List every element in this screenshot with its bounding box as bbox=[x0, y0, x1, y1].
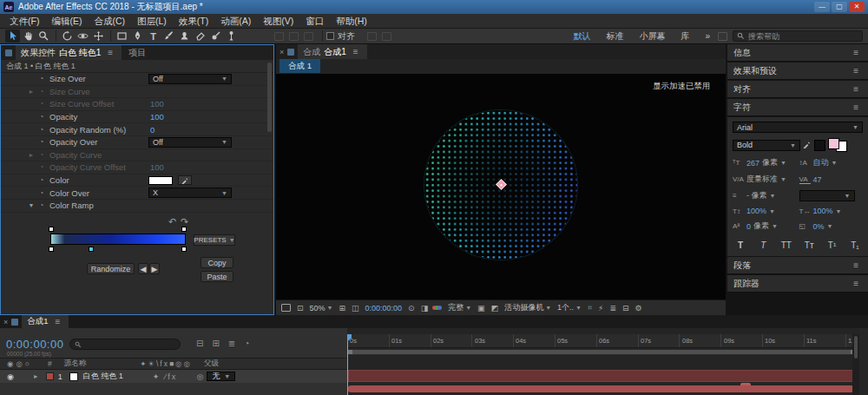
workspace-standard[interactable]: 标准 bbox=[606, 30, 623, 43]
workspace-default[interactable]: 默认 bbox=[573, 30, 590, 43]
magnification-icon[interactable]: ⊡ bbox=[297, 304, 304, 313]
property-row-size-over[interactable]: ◔ Size Over Off▼ bbox=[1, 73, 273, 86]
menu-animation[interactable]: 动画(A) bbox=[214, 14, 257, 29]
zoom-select[interactable]: 50%▼ bbox=[310, 304, 333, 313]
panel-header-tracker[interactable]: 跟踪器≡ bbox=[727, 275, 868, 293]
ramp-opacity-stop-right[interactable] bbox=[181, 227, 187, 232]
mask-feather-icon[interactable] bbox=[367, 32, 377, 41]
vertical-scale-control[interactable]: T↕ 100%▼ bbox=[733, 207, 797, 215]
vertical-scale-value[interactable]: 100% bbox=[746, 207, 766, 215]
always-preview-icon[interactable] bbox=[281, 304, 291, 312]
timeline-track-area[interactable]: 0s 01s 02s 03s 04s 05s 06s 07s 08s 09s 1… bbox=[347, 328, 859, 395]
panel-menu-icon[interactable]: ≡ bbox=[350, 47, 362, 56]
tab-timeline-comp[interactable]: 合成1 ≡ bbox=[22, 315, 69, 328]
snap-align-checkbox[interactable] bbox=[326, 32, 334, 40]
layer-label-chip[interactable] bbox=[46, 372, 54, 380]
stopwatch-icon[interactable]: ◔ bbox=[37, 201, 46, 209]
brush-tool-icon[interactable] bbox=[161, 30, 176, 43]
property-value[interactable]: 100 bbox=[150, 162, 164, 172]
stopwatch-icon[interactable]: ◔ bbox=[37, 75, 46, 82]
comp-timecode[interactable]: 0:00:00:00 bbox=[365, 304, 403, 313]
layer-visibility-eye-icon[interactable]: ◉ bbox=[7, 372, 14, 381]
tab-effect-controls[interactable]: 效果控件 白色 纯色1 ≡ bbox=[16, 45, 122, 60]
property-value[interactable]: 0 bbox=[150, 125, 155, 135]
snapshot-icon[interactable]: ⊙ bbox=[408, 304, 415, 313]
time-ruler[interactable]: 0s 01s 02s 03s 04s 05s 06s 07s 08s 09s 1… bbox=[347, 334, 859, 348]
rectangle-tool-icon[interactable] bbox=[115, 30, 129, 43]
leading-value[interactable]: 自动 bbox=[813, 157, 829, 168]
panel-menu-icon[interactable]: ≡ bbox=[850, 48, 862, 57]
kerning-value[interactable]: 度量标准 bbox=[746, 174, 778, 185]
ramp-presets-button[interactable]: PRESETS▼ bbox=[194, 234, 235, 246]
property-row-opacity-over[interactable]: ◔ Opacity Over Off▼ bbox=[1, 136, 273, 149]
menu-effect[interactable]: 效果(T) bbox=[173, 14, 214, 29]
panel-menu-icon[interactable]: ≡ bbox=[850, 260, 862, 270]
stopwatch-icon[interactable]: ◔ bbox=[37, 189, 46, 197]
transparency-grid-icon[interactable]: ◩ bbox=[491, 304, 499, 313]
tsume-value[interactable]: 0% bbox=[813, 222, 825, 231]
region-of-interest-icon[interactable]: ▣ bbox=[477, 304, 485, 313]
help-search-box[interactable] bbox=[733, 30, 863, 42]
expand-arrow-icon[interactable]: ► bbox=[27, 152, 36, 158]
property-row-opacity-curve[interactable]: ► ◔ Opacity Curve bbox=[1, 149, 273, 162]
navigator-handle[interactable] bbox=[740, 383, 751, 385]
layer-name[interactable]: 白色 纯色 1 bbox=[83, 371, 123, 382]
comp-viewport[interactable]: 显示加速已禁用 bbox=[276, 74, 726, 300]
roto-brush-tool-icon[interactable] bbox=[208, 30, 223, 43]
baseline-shift-control[interactable]: Aª 0 像素▼ bbox=[733, 221, 797, 232]
ramp-opacity-stop-left[interactable] bbox=[49, 227, 54, 232]
ramp-color-stop-left[interactable] bbox=[49, 247, 54, 252]
ramp-undo-icon[interactable]: ↶ bbox=[168, 216, 176, 227]
expand-arrow-icon[interactable]: ► bbox=[27, 89, 36, 95]
camera-select[interactable]: 活动摄像机▼ bbox=[504, 302, 551, 313]
secondary-option-control[interactable]: ▼ bbox=[799, 190, 864, 201]
all-caps-button[interactable]: TT bbox=[779, 240, 794, 250]
layer-switches-icons[interactable]: ✦ ∕fx bbox=[153, 372, 178, 381]
timeline-jump-icon[interactable]: ≣ bbox=[609, 304, 616, 313]
horizontal-scale-value[interactable]: 100% bbox=[813, 207, 833, 215]
timeline-vertical-scrollbar[interactable] bbox=[852, 334, 859, 395]
ramp-next-button[interactable]: ▶ bbox=[149, 263, 160, 274]
clone-stamp-tool-icon[interactable] bbox=[177, 30, 192, 43]
pan-behind-tool-icon[interactable] bbox=[91, 30, 106, 43]
kerning-control[interactable]: V/A 度量标准▼ bbox=[733, 174, 797, 185]
menu-view[interactable]: 视图(V) bbox=[257, 14, 299, 29]
parent-column[interactable]: 父级 bbox=[204, 359, 219, 369]
mask-visibility-icon[interactable]: ◫ bbox=[352, 304, 359, 313]
zoom-tool-icon[interactable] bbox=[36, 30, 51, 43]
eyedropper-icon[interactable] bbox=[178, 175, 192, 185]
menu-help[interactable]: 帮助(H) bbox=[330, 14, 373, 29]
leading-control[interactable]: ↕A 自动▼ bbox=[799, 157, 864, 168]
property-row-size-curve-offset[interactable]: ◔ Size Curve Offset 100 bbox=[1, 98, 273, 111]
stopwatch-icon[interactable]: ◔ bbox=[37, 138, 46, 146]
close-button[interactable]: ✕ bbox=[849, 2, 865, 12]
stopwatch-icon[interactable]: ◔ bbox=[37, 151, 46, 159]
hide-shy-icon[interactable]: ≣ bbox=[228, 339, 235, 348]
hand-tool-icon[interactable] bbox=[21, 30, 36, 43]
no-color-chip[interactable] bbox=[814, 140, 825, 151]
ramp-paste-button[interactable]: Paste bbox=[201, 271, 233, 282]
property-value[interactable]: 100 bbox=[150, 112, 164, 122]
stopwatch-icon[interactable]: ◔ bbox=[37, 176, 46, 184]
flowchart-icon[interactable]: ⊟ bbox=[622, 304, 629, 313]
tab-close-icon[interactable]: × bbox=[0, 318, 11, 326]
baseline-option-control[interactable]: ≡ - 像素▼ bbox=[733, 190, 797, 201]
grid-guides-icon[interactable]: ⊞ bbox=[339, 304, 346, 313]
minimize-button[interactable]: — bbox=[814, 2, 830, 12]
small-caps-button[interactable]: Tᴛ bbox=[801, 240, 817, 250]
panel-menu-icon[interactable]: ≡ bbox=[850, 279, 862, 288]
property-value[interactable]: 100 bbox=[150, 99, 164, 109]
layer-duration-bar[interactable] bbox=[348, 370, 856, 382]
fill-color-chip[interactable] bbox=[828, 138, 839, 149]
collapse-arrow-icon[interactable]: ▼ bbox=[27, 202, 36, 208]
show-channels-icon[interactable] bbox=[434, 306, 442, 310]
fast-preview-icon[interactable]: ⚡ bbox=[598, 304, 603, 313]
stopwatch-icon[interactable]: ◔ bbox=[37, 113, 46, 121]
layer-expand-arrow-icon[interactable]: ► bbox=[33, 373, 39, 379]
menu-file[interactable]: 文件(F) bbox=[3, 14, 45, 29]
property-row-size-curve[interactable]: ► ◔ Size Curve bbox=[1, 86, 273, 99]
horizontal-scale-control[interactable]: T↔ 100%▼ bbox=[799, 207, 864, 215]
panel-header-paragraph[interactable]: 段落≡ bbox=[727, 257, 868, 274]
axis-mode-3-icon[interactable] bbox=[304, 32, 313, 41]
tab-close-icon[interactable]: × bbox=[276, 48, 287, 56]
